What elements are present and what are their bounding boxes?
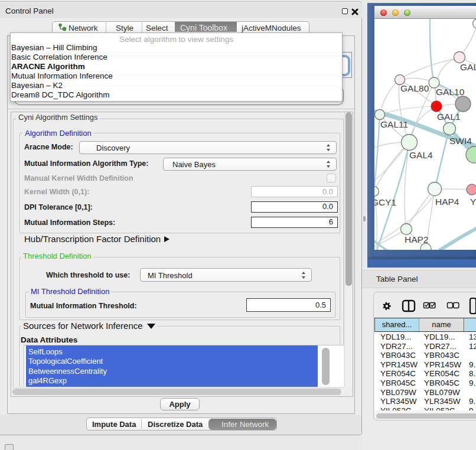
svg-text:HAP4: HAP4 xyxy=(435,197,459,207)
svg-text:GCY1: GCY1 xyxy=(374,197,396,207)
svg-text:SWI4: SWI4 xyxy=(449,136,472,146)
svg-text:GAL11: GAL11 xyxy=(380,119,408,129)
svg-text:GAL80: GAL80 xyxy=(400,83,429,93)
svg-text:GAL1: GAL1 xyxy=(437,112,461,122)
svg-text:HAP2: HAP2 xyxy=(405,234,429,244)
svg-text:GAL2: GAL2 xyxy=(460,62,476,72)
svg-text:YM: YM xyxy=(470,197,476,207)
svg-text:GAL10: GAL10 xyxy=(436,87,465,97)
svg-text:GAL4: GAL4 xyxy=(409,150,433,160)
